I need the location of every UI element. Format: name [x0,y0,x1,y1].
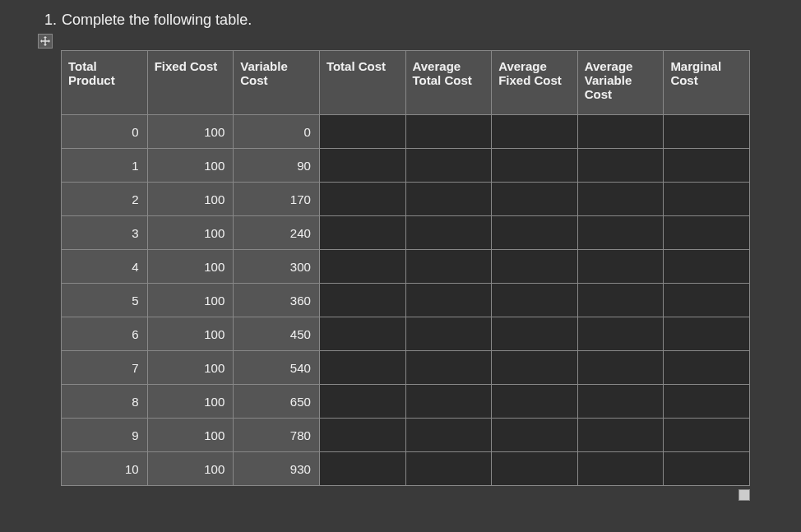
cell-avg-fixed-cost[interactable] [492,317,578,351]
cell-avg-variable-cost[interactable] [577,351,664,385]
cell-avg-variable-cost[interactable] [577,317,664,351]
cell-total-cost[interactable] [319,419,405,452]
cell-avg-fixed-cost[interactable] [492,385,578,419]
cell-avg-fixed-cost[interactable] [492,183,578,216]
cell-avg-total-cost[interactable] [405,149,492,183]
cell-avg-total-cost[interactable] [405,385,492,419]
cell-fixed-cost: 100 [147,183,234,216]
cell-variable-cost: 240 [234,216,320,250]
cell-avg-variable-cost[interactable] [577,149,664,183]
cell-avg-total-cost[interactable] [405,183,492,216]
cell-variable-cost: 540 [234,351,320,385]
table-row: 6100450 [62,317,750,351]
cell-total-product: 7 [62,351,148,385]
cell-avg-total-cost[interactable] [405,351,492,385]
cell-avg-total-cost[interactable] [405,284,492,317]
cell-avg-variable-cost[interactable] [577,216,664,250]
header-avg-variable-cost: Average Variable Cost [577,51,664,115]
header-avg-total-cost: Average Total Cost [405,51,492,115]
header-total-cost: Total Cost [319,51,405,115]
table-row: 8100650 [62,385,750,419]
cell-total-cost[interactable] [319,351,405,385]
cell-marginal-cost[interactable] [664,452,750,486]
cell-avg-variable-cost[interactable] [577,419,664,452]
cell-variable-cost: 930 [234,452,320,486]
header-total-product: Total Product [62,51,148,115]
table-row: 4100300 [62,250,750,284]
cell-fixed-cost: 100 [147,452,234,486]
cell-total-product: 10 [62,452,148,486]
cell-total-cost[interactable] [319,284,405,317]
cell-avg-variable-cost[interactable] [577,452,664,486]
cell-variable-cost: 450 [234,317,320,351]
cell-total-cost[interactable] [319,183,405,216]
cell-total-cost[interactable] [319,452,405,486]
cell-variable-cost: 90 [234,149,320,183]
cell-avg-fixed-cost[interactable] [492,452,578,486]
cell-variable-cost: 360 [234,284,320,317]
cell-marginal-cost[interactable] [664,419,750,452]
cell-total-cost[interactable] [319,385,405,419]
cell-avg-variable-cost[interactable] [577,115,664,149]
cell-avg-fixed-cost[interactable] [492,115,578,149]
cell-avg-variable-cost[interactable] [577,284,664,317]
cell-fixed-cost: 100 [147,115,234,149]
cell-total-product: 8 [62,385,148,419]
table-row: 3100240 [62,216,750,250]
cell-variable-cost: 170 [234,183,320,216]
header-avg-fixed-cost: Average Fixed Cost [492,51,578,115]
cell-total-product: 9 [62,419,148,452]
resize-handle-icon[interactable] [738,489,750,501]
cell-total-product: 4 [62,250,148,284]
cost-table: Total Product Fixed Cost Variable Cost T… [61,50,750,486]
cell-avg-fixed-cost[interactable] [492,284,578,317]
cell-fixed-cost: 100 [147,385,234,419]
cell-total-product: 3 [62,216,148,250]
cell-avg-variable-cost[interactable] [577,183,664,216]
table-row: 10100930 [62,452,750,486]
question-text: Complete the following table. [62,12,252,29]
cell-marginal-cost[interactable] [664,385,750,419]
cell-variable-cost: 0 [234,115,320,149]
cell-avg-fixed-cost[interactable] [492,351,578,385]
cell-fixed-cost: 100 [147,216,234,250]
move-icon[interactable] [38,34,53,49]
cell-total-cost[interactable] [319,149,405,183]
cell-avg-total-cost[interactable] [405,317,492,351]
cell-avg-total-cost[interactable] [405,419,492,452]
cell-avg-total-cost[interactable] [405,115,492,149]
cell-fixed-cost: 100 [147,284,234,317]
cell-marginal-cost[interactable] [664,284,750,317]
cell-total-cost[interactable] [319,115,405,149]
table-row: 110090 [62,149,750,183]
cell-total-cost[interactable] [319,317,405,351]
cell-marginal-cost[interactable] [664,351,750,385]
cell-fixed-cost: 100 [147,317,234,351]
cell-marginal-cost[interactable] [664,216,750,250]
cell-fixed-cost: 100 [147,149,234,183]
cell-avg-total-cost[interactable] [405,216,492,250]
cell-total-product: 6 [62,317,148,351]
cell-marginal-cost[interactable] [664,183,750,216]
cell-fixed-cost: 100 [147,419,234,452]
cost-table-wrapper: Total Product Fixed Cost Variable Cost T… [61,50,750,486]
cell-total-cost[interactable] [319,250,405,284]
cell-variable-cost: 300 [234,250,320,284]
cell-avg-variable-cost[interactable] [577,250,664,284]
cell-total-product: 5 [62,284,148,317]
cell-avg-total-cost[interactable] [405,250,492,284]
cell-avg-variable-cost[interactable] [577,385,664,419]
header-variable-cost: Variable Cost [234,51,320,115]
cell-avg-fixed-cost[interactable] [492,419,578,452]
cell-marginal-cost[interactable] [664,115,750,149]
cell-avg-total-cost[interactable] [405,452,492,486]
cell-marginal-cost[interactable] [664,149,750,183]
cell-avg-fixed-cost[interactable] [492,216,578,250]
cell-marginal-cost[interactable] [664,250,750,284]
cell-total-product: 1 [62,149,148,183]
cell-marginal-cost[interactable] [664,317,750,351]
cell-total-cost[interactable] [319,216,405,250]
cell-avg-fixed-cost[interactable] [492,250,578,284]
cell-avg-fixed-cost[interactable] [492,149,578,183]
header-marginal-cost: Marginal Cost [664,51,750,115]
